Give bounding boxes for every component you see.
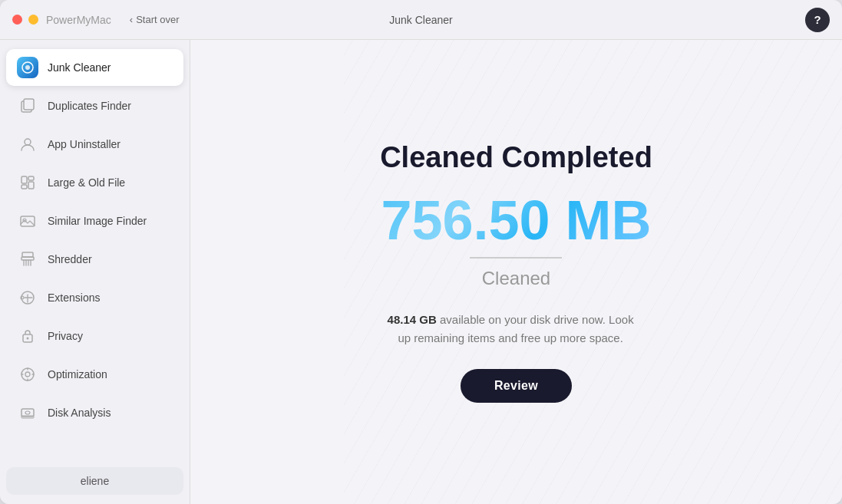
cleaned-title: Cleaned Completed (380, 141, 652, 174)
app-window: PowerMyMac ‹ Start over Junk Cleaner ? J… (0, 0, 842, 504)
similar-image-finder-icon (17, 210, 38, 232)
content-area: Cleaned Completed 756.50 MB Cleaned 48.1… (190, 40, 842, 504)
divider (470, 257, 562, 259)
close-button[interactable] (12, 15, 22, 25)
sidebar-item-label: Similar Image Finder (48, 215, 147, 227)
sidebar: Junk Cleaner Duplicates Finder (0, 40, 190, 504)
title-bar: PowerMyMac ‹ Start over Junk Cleaner ? (0, 0, 842, 40)
shredder-icon (17, 249, 38, 270)
disk-info: 48.14 GB available on your disk drive no… (380, 311, 641, 348)
sidebar-item-label: Shredder (48, 253, 92, 265)
svg-rect-6 (28, 176, 34, 180)
sidebar-item-label: Extensions (48, 292, 100, 304)
sidebar-item-duplicates-finder[interactable]: Duplicates Finder (6, 87, 183, 124)
sidebar-item-label: App Uninstaller (48, 138, 121, 150)
sidebar-item-label: Disk Analysis (48, 407, 111, 419)
extensions-icon (17, 287, 38, 308)
svg-rect-3 (24, 99, 34, 110)
window-title: Junk Cleaner (389, 14, 453, 26)
traffic-lights (12, 15, 38, 25)
svg-point-18 (25, 372, 30, 377)
main-content: Junk Cleaner Duplicates Finder (0, 40, 842, 504)
sidebar-item-similar-image-finder[interactable]: Similar Image Finder (6, 203, 183, 239)
cleaned-label: Cleaned (380, 268, 652, 289)
sidebar-items: Junk Cleaner Duplicates Finder (6, 49, 183, 467)
sidebar-item-extensions[interactable]: Extensions (6, 279, 183, 316)
sidebar-item-label: Optimization (48, 368, 107, 380)
svg-rect-8 (28, 182, 34, 189)
sidebar-item-label: Duplicates Finder (48, 100, 131, 112)
sidebar-item-privacy[interactable]: Privacy (6, 318, 183, 354)
start-over-button[interactable]: ‹ Start over (124, 11, 186, 28)
app-name: PowerMyMac (46, 14, 111, 26)
sidebar-item-shredder[interactable]: Shredder (6, 241, 183, 278)
sidebar-item-label: Large & Old File (48, 176, 125, 189)
sidebar-item-large-old-file[interactable]: Large & Old File (6, 164, 183, 201)
svg-rect-7 (21, 185, 27, 189)
sidebar-item-label: Privacy (48, 330, 83, 342)
svg-rect-12 (22, 252, 33, 257)
sidebar-item-label: Junk Cleaner (48, 61, 111, 74)
user-label: eliene (81, 475, 109, 487)
user-account[interactable]: eliene (6, 467, 183, 495)
content-inner: Cleaned Completed 756.50 MB Cleaned 48.1… (380, 141, 652, 403)
chevron-left-icon: ‹ (130, 14, 133, 25)
sidebar-item-optimization[interactable]: Optimization (6, 356, 183, 393)
review-button[interactable]: Review (461, 369, 572, 403)
sidebar-item-disk-analysis[interactable]: Disk Analysis (6, 394, 183, 431)
disk-analysis-icon (17, 402, 38, 423)
help-button[interactable]: ? (805, 8, 830, 32)
svg-point-21 (25, 411, 30, 414)
sidebar-item-junk-cleaner[interactable]: Junk Cleaner (6, 49, 183, 86)
svg-rect-5 (21, 176, 27, 183)
privacy-icon (17, 325, 38, 347)
junk-cleaner-icon (17, 57, 38, 78)
disk-size: 48.14 GB (388, 313, 437, 326)
minimize-button[interactable] (28, 15, 38, 25)
duplicates-finder-icon (17, 95, 38, 117)
size-display: 756.50 MB (380, 193, 652, 248)
sidebar-item-app-uninstaller[interactable]: App Uninstaller (6, 126, 183, 163)
optimization-icon (17, 364, 38, 385)
app-uninstaller-icon (17, 133, 38, 155)
svg-point-1 (25, 65, 30, 70)
svg-point-4 (25, 139, 31, 145)
large-old-file-icon (17, 172, 38, 193)
svg-point-16 (27, 338, 29, 340)
